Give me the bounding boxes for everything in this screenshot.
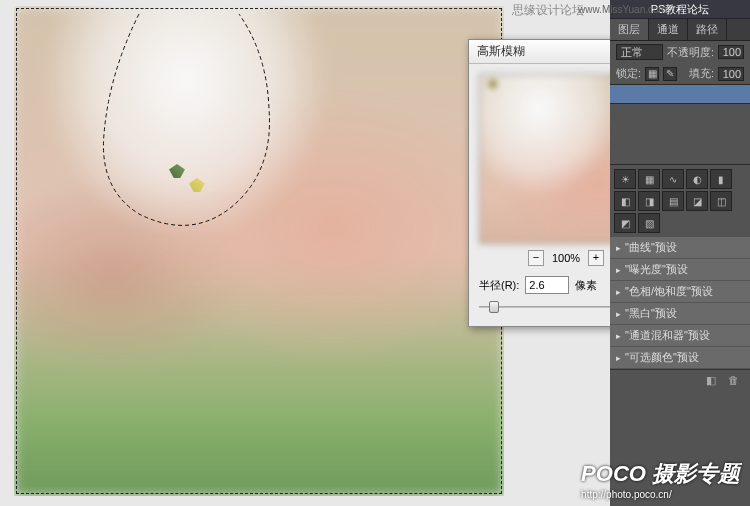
document-canvas[interactable] [14,6,504,496]
slider-thumb[interactable] [489,301,499,313]
photo-filter-icon[interactable]: ▤ [662,191,684,211]
zoom-out-button[interactable]: − [528,250,544,266]
layers-panel-tabs: 图层 通道 路径 [610,19,750,41]
tab-paths[interactable]: 路径 [688,19,727,40]
tab-channels[interactable]: 通道 [649,19,688,40]
tab-layers[interactable]: 图层 [610,19,649,40]
watermark-top-left: 思缘设计论坛 [512,2,584,19]
radius-unit: 像素 [575,278,597,293]
preset-exposure[interactable]: "曝光度"预设 [610,259,750,281]
zoom-percent: 100% [552,252,580,264]
lock-pixels-icon[interactable]: ✎ [663,67,677,81]
preview-content [488,79,498,89]
hue-saturation-icon[interactable]: ◧ [614,191,636,211]
adjustment-presets-list: "曲线"预设 "曝光度"预设 "色相/饱和度"预设 "黑白"预设 "通道混和器"… [610,237,750,369]
blend-mode-select[interactable]: 正常 [616,44,663,60]
fill-value[interactable]: 100 [718,67,744,81]
lock-label: 锁定: [616,66,641,81]
preset-channel-mixer[interactable]: "通道混和器"预设 [610,325,750,347]
zoom-in-button[interactable]: + [588,250,604,266]
watermark-bottom-right: POCO 摄影专题 http://photo.poco.cn/ [581,459,740,500]
preset-hue-saturation[interactable]: "色相/饱和度"预设 [610,281,750,303]
preset-black-white[interactable]: "黑白"预设 [610,303,750,325]
radius-label: 半径(R): [479,278,519,293]
panel-menu-icon[interactable]: ◧ [706,374,722,388]
fill-label: 填充: [689,66,714,81]
layer-row-selected[interactable] [610,84,750,104]
radius-input[interactable]: 2.6 [525,276,569,294]
preset-selective-color[interactable]: "可选颜色"预设 [610,347,750,369]
brightness-icon[interactable]: ☀ [614,169,636,189]
channel-mixer-icon[interactable]: ◪ [686,191,708,211]
lasso-selection [79,14,309,314]
opacity-value[interactable]: 100 [718,45,744,59]
vibrance-icon[interactable]: ▮ [710,169,732,189]
threshold-icon[interactable]: ▧ [638,213,660,233]
opacity-label: 不透明度: [667,45,714,60]
invert-icon[interactable]: ◩ [614,213,636,233]
trash-icon[interactable]: 🗑 [728,374,744,388]
curves-icon[interactable]: ∿ [662,169,684,189]
selective-color-icon[interactable]: ◫ [710,191,732,211]
preset-curves[interactable]: "曲线"预设 [610,237,750,259]
adjustments-icon-grid: ☀ ▦ ∿ ◐ ▮ ◧ ◨ ▤ ◪ ◫ ◩ ▧ [610,165,750,237]
exposure-icon[interactable]: ◐ [686,169,708,189]
lock-transparency-icon[interactable]: ▦ [645,67,659,81]
black-white-icon[interactable]: ◨ [638,191,660,211]
levels-icon[interactable]: ▦ [638,169,660,189]
watermark-top-left-url: www.MissYuan.com [578,4,667,15]
right-panels: PS教程论坛 图层 通道 路径 正常 不透明度: 100 锁定: ▦ ✎ 填充:… [610,0,750,506]
